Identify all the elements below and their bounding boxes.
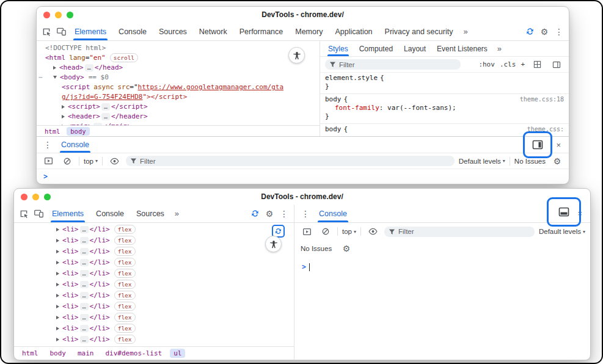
stylesheet-link[interactable]: theme.css: bbox=[527, 125, 564, 134]
flex-badge[interactable]: flex bbox=[114, 335, 136, 344]
context-selector[interactable]: top bbox=[84, 158, 98, 165]
flex-badge[interactable]: flex bbox=[114, 225, 136, 234]
kebab-menu-icon[interactable] bbox=[298, 207, 313, 220]
zoom-window-button[interactable] bbox=[44, 194, 51, 200]
panel-tab-console[interactable]: Console bbox=[313, 205, 353, 222]
node-menu-icon[interactable]: ⋯ bbox=[38, 73, 43, 82]
li-node[interactable]: <li>…</li>flex bbox=[14, 235, 294, 246]
expand-arrow-icon[interactable] bbox=[62, 115, 65, 118]
body-node[interactable]: ⋯<body>== $0 bbox=[37, 73, 320, 82]
tab-elements[interactable]: Elements bbox=[46, 205, 90, 222]
settings-gear-icon[interactable] bbox=[262, 207, 277, 220]
gtag-script-node[interactable]: <scriptasyncsrc="https://www.googletagma… bbox=[37, 82, 285, 102]
drawer-tab-console[interactable]: Console bbox=[55, 137, 95, 153]
scroll-badge[interactable]: scroll bbox=[110, 53, 138, 62]
doctype-node[interactable]: <!DOCTYPE html> bbox=[37, 43, 320, 53]
console-filter-input[interactable]: Filter bbox=[126, 156, 455, 166]
console-settings-gear-icon[interactable] bbox=[550, 155, 565, 168]
expand-arrow-icon[interactable] bbox=[56, 294, 59, 297]
zoom-window-button[interactable] bbox=[67, 12, 73, 18]
expand-arrow-icon[interactable] bbox=[56, 272, 59, 275]
flex-badge[interactable]: flex bbox=[114, 280, 136, 289]
titlebar[interactable]: DevTools - chrome.dev/ bbox=[14, 189, 590, 205]
sync-icon[interactable] bbox=[247, 207, 262, 220]
console-prompt[interactable]: > bbox=[37, 169, 569, 184]
flex-badge[interactable]: flex bbox=[114, 324, 136, 333]
tab-application[interactable]: Application bbox=[329, 23, 378, 40]
ellipsis-chip[interactable]: … bbox=[85, 64, 93, 71]
ellipsis-chip[interactable]: … bbox=[80, 237, 89, 244]
tab-sources[interactable]: Sources bbox=[153, 23, 193, 40]
tab-privacy-security[interactable]: Privacy and security bbox=[379, 23, 459, 40]
ellipsis-chip[interactable]: … bbox=[80, 292, 89, 299]
flex-badge[interactable]: flex bbox=[114, 291, 136, 300]
grid-icon[interactable] bbox=[530, 58, 544, 71]
expand-arrow-icon[interactable] bbox=[56, 316, 59, 319]
breadcrumb-body[interactable]: body bbox=[67, 127, 89, 136]
tab-layout[interactable]: Layout bbox=[398, 41, 431, 56]
close-window-button[interactable] bbox=[43, 12, 50, 18]
console-sidebar-icon[interactable] bbox=[41, 155, 56, 168]
li-node[interactable]: <li>…</li>flex bbox=[14, 246, 294, 257]
ellipsis-chip[interactable]: … bbox=[101, 113, 110, 120]
ellipsis-chip[interactable]: … bbox=[80, 303, 89, 310]
log-levels-selector[interactable]: Default levels bbox=[459, 158, 505, 165]
breadcrumb-demos-list[interactable]: div#demos-list bbox=[102, 349, 166, 358]
flex-badge[interactable]: flex bbox=[114, 247, 136, 256]
inspect-icon[interactable] bbox=[16, 207, 31, 220]
expand-arrow-icon[interactable] bbox=[56, 261, 59, 264]
html-node[interactable]: <htmllang="en"scroll bbox=[37, 53, 320, 63]
css-property[interactable]: font-family bbox=[335, 104, 379, 112]
tab-memory[interactable]: Memory bbox=[289, 23, 329, 40]
collapse-arrow-icon[interactable] bbox=[53, 76, 57, 79]
console-settings-gear-icon[interactable] bbox=[339, 242, 354, 255]
device-toolbar-icon[interactable] bbox=[54, 25, 68, 38]
accessibility-button[interactable] bbox=[265, 236, 282, 252]
main-node[interactable]: <main>…</main> bbox=[37, 122, 320, 125]
li-node[interactable]: <li>…</li>flex bbox=[14, 312, 294, 323]
eye-icon[interactable] bbox=[107, 155, 122, 168]
rule-body-theme[interactable]: body{ theme.css:18 font-family: var(--fo… bbox=[320, 94, 569, 124]
breadcrumb-ul[interactable]: ul bbox=[170, 349, 185, 358]
ellipsis-chip[interactable]: … bbox=[80, 314, 89, 321]
kebab-menu-icon[interactable] bbox=[277, 207, 291, 220]
tab-performance[interactable]: Performance bbox=[233, 23, 290, 40]
accessibility-button[interactable] bbox=[288, 47, 305, 64]
ellipsis-chip[interactable]: … bbox=[93, 123, 102, 125]
element-classes-button[interactable]: .cls bbox=[500, 60, 516, 68]
ellipsis-chip[interactable]: … bbox=[80, 270, 89, 277]
ellipsis-chip[interactable]: … bbox=[80, 259, 89, 266]
script-node[interactable]: <script>…</script> bbox=[37, 102, 320, 112]
expand-arrow-icon[interactable] bbox=[53, 66, 56, 70]
tab-sources[interactable]: Sources bbox=[130, 205, 170, 222]
more-tabs-button[interactable]: » bbox=[459, 23, 472, 40]
more-tabs-button[interactable]: » bbox=[170, 205, 183, 222]
ellipsis-chip[interactable]: … bbox=[80, 248, 89, 255]
tab-network[interactable]: Network bbox=[193, 23, 233, 40]
li-node[interactable]: <li>…</li>flex bbox=[14, 334, 294, 345]
console-prompt[interactable]: > bbox=[294, 257, 590, 360]
breadcrumb-html[interactable]: html bbox=[41, 127, 64, 136]
li-node[interactable]: <li>…</li>flex bbox=[14, 279, 294, 290]
li-node[interactable]: <li>…</li>flex bbox=[14, 323, 294, 334]
new-style-rule-button[interactable]: + bbox=[521, 60, 525, 68]
kebab-menu-icon[interactable] bbox=[40, 138, 55, 151]
dock-to-bottom-icon[interactable] bbox=[557, 205, 571, 219]
expand-arrow-icon[interactable] bbox=[56, 239, 59, 242]
flex-badge[interactable]: flex bbox=[114, 258, 136, 267]
expand-arrow-icon[interactable] bbox=[62, 125, 65, 125]
device-toolbar-icon[interactable] bbox=[31, 207, 46, 220]
header-node[interactable]: <header>…</header> bbox=[37, 112, 320, 122]
flex-badge[interactable]: flex bbox=[114, 236, 136, 245]
breadcrumb-html[interactable]: html bbox=[18, 349, 42, 358]
expand-arrow-icon[interactable] bbox=[56, 228, 59, 231]
sync-icon[interactable] bbox=[522, 25, 537, 38]
li-node[interactable]: <li>…</li>flex bbox=[14, 301, 294, 312]
expand-arrow-icon[interactable] bbox=[56, 327, 59, 330]
styles-filter-input[interactable]: Filter bbox=[325, 59, 461, 70]
css-value[interactable]: var(--font-sans); bbox=[387, 104, 456, 112]
titlebar[interactable]: DevTools - chrome.dev/ bbox=[37, 7, 569, 23]
expand-arrow-icon[interactable] bbox=[56, 305, 59, 308]
tab-elements[interactable]: Elements bbox=[68, 23, 112, 40]
expand-arrow-icon[interactable] bbox=[62, 105, 65, 109]
